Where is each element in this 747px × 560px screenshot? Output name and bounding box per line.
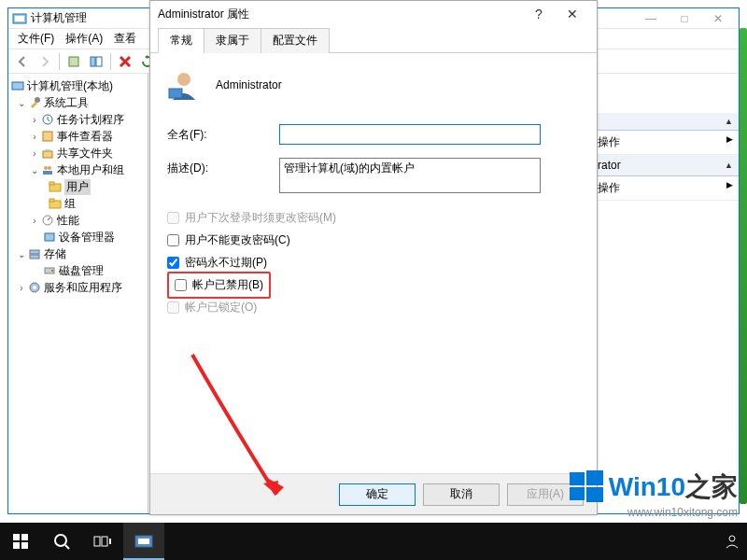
- forward-icon[interactable]: [35, 51, 55, 72]
- svg-point-25: [33, 286, 36, 289]
- ok-button[interactable]: 确定: [339, 483, 416, 506]
- tree-users[interactable]: 用户: [64, 179, 91, 195]
- svg-rect-28: [570, 472, 585, 485]
- taskbar[interactable]: [0, 523, 747, 560]
- menu-view[interactable]: 查看: [108, 31, 142, 47]
- svg-rect-8: [43, 132, 52, 141]
- dialog-buttons: 确定 取消 应用(A): [150, 473, 597, 514]
- tree-devicemgr[interactable]: 设备管理器: [59, 230, 115, 245]
- start-button[interactable]: [0, 523, 41, 560]
- tab-strip: 常规 隶属于 配置文件: [150, 27, 597, 53]
- tools-icon: [27, 95, 42, 110]
- fullname-label: 全名(F):: [167, 124, 279, 143]
- svg-rect-19: [45, 233, 54, 241]
- users-icon: [40, 162, 55, 177]
- svg-rect-29: [586, 470, 603, 485]
- tab-profile[interactable]: 配置文件: [261, 28, 330, 53]
- clock-icon: [40, 112, 55, 127]
- tree-eventviewer[interactable]: 事件查看器: [57, 129, 113, 145]
- tree-sharedfolders[interactable]: 共享文件夹: [57, 146, 113, 161]
- actions-more2[interactable]: 多操作▶: [581, 176, 739, 201]
- perf-icon: [40, 213, 55, 228]
- dialog-titlebar: Administrator 属性 ? ✕: [150, 1, 597, 27]
- fullname-input[interactable]: [279, 124, 541, 145]
- storage-icon: [27, 246, 42, 261]
- svg-rect-42: [138, 539, 149, 544]
- computer-icon: [10, 78, 25, 93]
- device-icon: [42, 230, 57, 245]
- dialog-close-button[interactable]: ✕: [556, 7, 589, 21]
- tree-storage[interactable]: 存储: [44, 246, 66, 262]
- app-icon: [12, 11, 27, 26]
- watermark: Win10之家 www.win10xitong.com: [568, 469, 738, 519]
- checkbox-cannotchange[interactable]: [167, 234, 179, 246]
- svg-point-23: [51, 270, 53, 272]
- svg-point-43: [729, 536, 735, 541]
- tree-localusers[interactable]: 本地用户和组: [57, 162, 124, 178]
- checkbox-cannotchange-row[interactable]: 用户不能更改密码(C): [167, 229, 580, 251]
- tree-root[interactable]: 计算机管理(本地): [27, 78, 113, 94]
- help-button[interactable]: ?: [522, 7, 556, 21]
- svg-rect-1: [15, 16, 24, 21]
- svg-rect-35: [21, 542, 28, 549]
- tab-memberof[interactable]: 隶属于: [204, 28, 261, 53]
- cancel-button[interactable]: 取消: [423, 483, 500, 506]
- scrollbar[interactable]: [740, 28, 747, 504]
- tree-groups[interactable]: 组: [64, 196, 76, 212]
- minimize-button[interactable]: —: [634, 8, 668, 29]
- properties-icon[interactable]: [63, 51, 84, 72]
- description-input[interactable]: [279, 158, 541, 193]
- svg-point-11: [44, 166, 48, 170]
- menu-action[interactable]: 操作(A): [60, 31, 108, 47]
- svg-rect-9: [43, 151, 52, 158]
- actions-admin-header[interactable]: istrator▲: [581, 155, 739, 176]
- menu-file[interactable]: 文件(F): [12, 31, 60, 47]
- tab-general[interactable]: 常规: [158, 28, 204, 53]
- actions-pane: ▲ 多操作▶ istrator▲ 多操作▶: [580, 74, 739, 513]
- folder-icon: [48, 196, 63, 211]
- actions-more[interactable]: 多操作▶: [581, 131, 739, 155]
- checkbox-neverexpire-row[interactable]: 密码永不过期(P): [167, 251, 580, 273]
- delete-icon[interactable]: [115, 51, 135, 72]
- main-window-title: 计算机管理: [31, 10, 87, 26]
- search-button[interactable]: [41, 523, 82, 560]
- checkbox-neverexpire[interactable]: [167, 257, 179, 269]
- tree-taskscheduler[interactable]: 任务计划程序: [57, 112, 124, 128]
- actions-header[interactable]: ▲: [581, 113, 739, 131]
- tree-diskmgmt[interactable]: 磁盘管理: [59, 263, 104, 279]
- svg-rect-3: [91, 57, 95, 66]
- maximize-button[interactable]: □: [668, 8, 701, 29]
- taskview-button[interactable]: [82, 523, 123, 560]
- svg-line-37: [65, 545, 69, 549]
- svg-rect-33: [21, 534, 28, 540]
- svg-rect-5: [12, 82, 23, 90]
- svg-rect-38: [94, 537, 100, 546]
- back-icon[interactable]: [12, 51, 33, 72]
- windows-logo-icon: [568, 469, 605, 506]
- tree-services[interactable]: 服务和应用程序: [44, 280, 122, 296]
- tree-performance[interactable]: 性能: [57, 213, 79, 229]
- event-icon: [40, 129, 55, 144]
- checkbox-mustchange: [167, 212, 179, 224]
- taskbar-compmgmt[interactable]: [123, 523, 164, 560]
- checkbox-disabled-row[interactable]: 帐户已禁用(B): [167, 273, 580, 296]
- svg-rect-30: [570, 487, 585, 500]
- tray-people-icon[interactable]: [725, 534, 740, 549]
- close-button[interactable]: ✕: [701, 8, 735, 29]
- admin-properties-dialog: Administrator 属性 ? ✕ 常规 隶属于 配置文件 Adminis…: [149, 0, 598, 515]
- svg-rect-32: [13, 534, 20, 540]
- checkbox-locked-row: 帐户已锁定(O): [167, 296, 580, 318]
- svg-rect-21: [30, 255, 39, 259]
- tree-pane[interactable]: 计算机管理(本地) ⌄系统工具 ›任务计划程序 ›事件查看器 ›共享文件夹 ⌄本…: [8, 74, 148, 513]
- description-label: 描述(D):: [167, 158, 279, 176]
- username-label: Administrator: [216, 78, 282, 91]
- highlight-annotation: 帐户已禁用(B): [167, 272, 271, 299]
- panel-icon[interactable]: [86, 51, 106, 72]
- svg-rect-10: [45, 149, 50, 151]
- tree-systools[interactable]: 系统工具: [44, 95, 89, 111]
- svg-point-26: [177, 73, 190, 86]
- svg-point-12: [48, 166, 51, 170]
- checkbox-account-disabled[interactable]: [175, 279, 187, 291]
- svg-rect-34: [13, 542, 20, 549]
- svg-rect-17: [49, 199, 54, 202]
